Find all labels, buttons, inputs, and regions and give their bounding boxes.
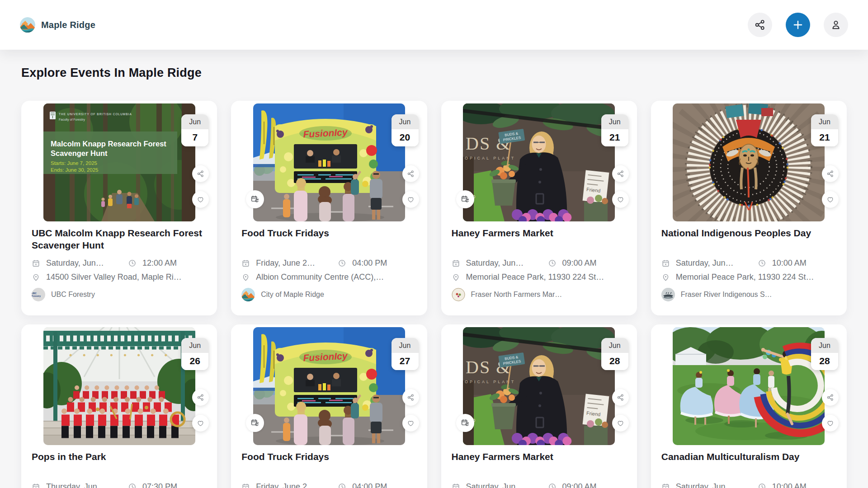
header-actions	[748, 13, 848, 37]
brand[interactable]: Maple Ridge	[20, 17, 95, 33]
plus-icon	[792, 19, 804, 31]
event-card[interactable]: Jun 26 Pops in the Park Thursday, Jun… 0…	[21, 324, 217, 488]
clock-icon	[338, 259, 346, 267]
badge-day: 27	[392, 353, 419, 370]
add-event-button[interactable]	[786, 13, 810, 37]
card-share-button[interactable]	[612, 165, 629, 182]
location-row: Memorial Peace Park, 11930 224 St…	[452, 272, 626, 282]
date-badge: Jun 21	[811, 114, 838, 146]
clock-icon	[338, 483, 346, 488]
badge-month: Jun	[392, 338, 419, 353]
account-button[interactable]	[824, 13, 848, 37]
event-location: Memorial Peace Park, 11930 224 St…	[466, 272, 604, 282]
location-pin-icon	[452, 273, 460, 282]
card-share-button[interactable]	[402, 389, 419, 406]
photo-forest: Malcolm Knapp Research Forest Scavenger …	[43, 103, 195, 221]
card-favorite-button[interactable]	[192, 191, 209, 208]
event-location: Albion Community Centre (ACC),…	[256, 272, 384, 282]
event-time: 09:00 AM	[562, 258, 597, 268]
heart-icon	[617, 419, 624, 427]
event-card[interactable]: Jun 21 National Indigenous Peoples Day S…	[651, 101, 847, 315]
location-row: Memorial Peace Park, 11930 224 St…	[661, 272, 836, 282]
card-share-button[interactable]	[402, 165, 419, 182]
event-card[interactable]: Jun 28 Canadian Multiculturalism Day Sat…	[651, 324, 847, 488]
clock-icon	[128, 259, 137, 267]
recurring-event-button[interactable]	[246, 190, 264, 208]
clock-icon	[758, 259, 766, 267]
heart-icon	[197, 196, 204, 203]
event-title: Food Truck Fridays	[241, 450, 416, 475]
share-icon	[754, 19, 766, 31]
share-icon	[617, 394, 624, 401]
badge-month: Jun	[601, 114, 628, 129]
heart-icon	[407, 419, 415, 427]
share-button[interactable]	[748, 13, 772, 37]
date-badge: Jun 7	[181, 114, 208, 146]
event-card[interactable]: DS & OPICAL PLANT w.b	[441, 101, 637, 315]
event-date: Thursday, Jun…	[46, 482, 122, 488]
calendar-icon	[32, 483, 40, 488]
recurring-event-button[interactable]	[246, 414, 264, 432]
event-card[interactable]: FusionIcy	[231, 324, 427, 488]
share-icon	[197, 170, 204, 178]
event-title: Haney Farmers Market	[452, 450, 626, 475]
badge-day: 28	[601, 353, 628, 370]
event-photo: FusionIcy	[253, 103, 405, 221]
location-pin-icon	[241, 273, 250, 282]
date-badge: Jun 20	[392, 114, 419, 146]
recurring-event-button[interactable]	[456, 414, 474, 432]
event-time: 04:00 PM	[352, 258, 387, 268]
calendar-icon	[452, 259, 460, 267]
card-favorite-button[interactable]	[192, 415, 209, 432]
main-content: Explore Events In Maple Ridge	[0, 50, 868, 488]
card-favorite-button[interactable]	[612, 415, 629, 432]
share-icon	[407, 394, 415, 401]
card-share-button[interactable]	[192, 389, 209, 406]
clock-icon	[128, 483, 137, 488]
card-share-button[interactable]	[612, 389, 629, 406]
organizer-name: Fraser River Indigenous S…	[681, 291, 772, 299]
events-grid: Malcolm Knapp Research Forest Scavenger …	[21, 101, 847, 488]
date-badge: Jun 28	[601, 338, 628, 370]
event-title: UBC Malcolm Knapp Research Forest Scaven…	[32, 227, 206, 251]
badge-month: Jun	[392, 114, 419, 129]
event-card[interactable]: DS & OPICAL PLANT w.b	[441, 324, 637, 488]
date-time-row: Friday, June 2… 04:00 PM	[241, 258, 416, 268]
photo-dancers	[673, 327, 825, 445]
location-pin-icon	[32, 273, 40, 282]
event-title: Haney Farmers Market	[452, 227, 626, 251]
badge-month: Jun	[601, 338, 628, 353]
calendar-repeat-icon	[250, 195, 259, 204]
location-pin-icon	[661, 273, 670, 282]
organizer-avatar: UBC Forestry	[32, 288, 45, 301]
organizer-row: Fraser North Farmers Mar…	[452, 288, 626, 301]
card-favorite-button[interactable]	[822, 415, 839, 432]
share-icon	[617, 170, 624, 178]
organizer-avatar	[241, 288, 255, 301]
share-icon	[826, 394, 834, 401]
badge-day: 21	[811, 129, 838, 146]
date-badge: Jun 28	[811, 338, 838, 370]
event-date: Friday, June 2…	[256, 482, 332, 488]
card-favorite-button[interactable]	[822, 191, 839, 208]
event-photo: DS & OPICAL PLANT w.b	[463, 327, 615, 445]
svg-text:Faculty of Forestry: Faculty of Forestry	[59, 118, 85, 122]
card-share-button[interactable]	[192, 165, 209, 182]
card-share-button[interactable]	[822, 389, 839, 406]
event-time: 07:30 PM	[142, 482, 177, 488]
recurring-event-button[interactable]	[456, 190, 474, 208]
badge-day: 28	[811, 353, 838, 370]
card-favorite-button[interactable]	[402, 191, 419, 208]
badge-day: 20	[392, 129, 419, 146]
calendar-icon	[32, 259, 40, 267]
calendar-icon	[661, 483, 670, 488]
calendar-repeat-icon	[461, 195, 470, 204]
card-favorite-button[interactable]	[402, 415, 419, 432]
date-time-row: Saturday, Jun… 09:00 AM	[452, 258, 626, 268]
event-card[interactable]: Malcolm Knapp Research Forest Scavenger …	[21, 101, 217, 315]
card-favorite-button[interactable]	[612, 191, 629, 208]
event-card[interactable]: FusionIcy	[231, 101, 427, 315]
svg-text:Starts: June 7, 2025: Starts: June 7, 2025	[51, 160, 97, 166]
card-share-button[interactable]	[822, 165, 839, 182]
event-photo: Malcolm Knapp Research Forest Scavenger …	[43, 103, 195, 221]
